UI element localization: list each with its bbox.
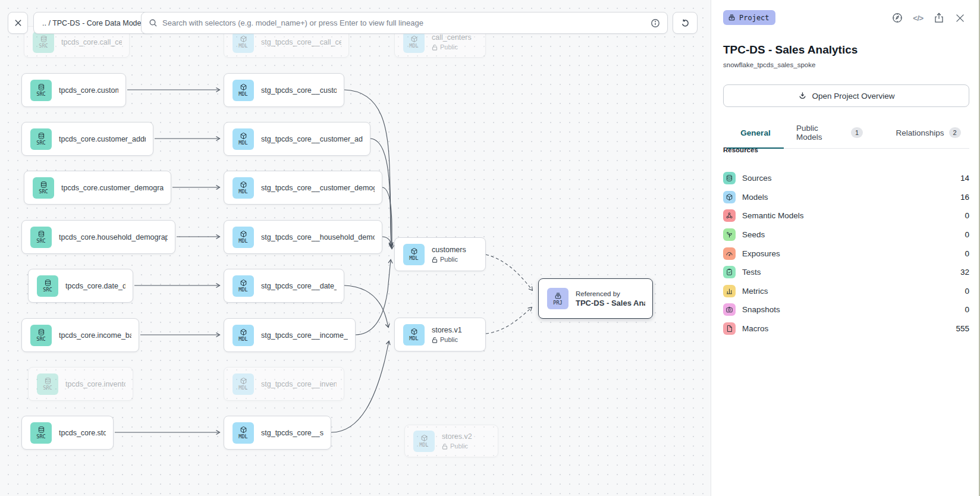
lock-open-icon [432, 44, 438, 51]
src-type-badge: SRC [33, 32, 54, 53]
lineage-node-mdl-customers[interactable]: MDLcustomersPublic [394, 237, 486, 271]
view-code-button[interactable]: </> [912, 11, 925, 24]
lineage-node-stg-income-band[interactable]: MDLstg_tpcds_core__income_band [224, 318, 356, 352]
src-type-badge: SRC [37, 373, 58, 395]
cube-icon [420, 434, 428, 442]
resource-chip [723, 247, 736, 260]
lineage-canvas[interactable]: SRCtpcds_core.call_centerSRCtpcds_core.c… [0, 0, 711, 496]
close-lineage-button[interactable] [8, 12, 28, 34]
info-icon[interactable] [651, 18, 660, 28]
node-type-label: MDL [238, 140, 247, 146]
lock-open-icon [432, 337, 438, 343]
lineage-node-stg-household-demographics[interactable]: MDLstg_tpcds_core__household_demogr… [224, 220, 382, 254]
share-icon [933, 12, 945, 24]
node-type-label: SRC [36, 92, 45, 97]
lineage-node-src-inventory[interactable]: SRCtpcds_core.inventory [28, 367, 133, 401]
src-type-badge: SRC [30, 128, 52, 150]
lineage-node-stg-date-dim[interactable]: MDLstg_tpcds_core__date_dim [224, 269, 344, 303]
refresh-button[interactable] [673, 12, 698, 34]
node-type-label: MDL [238, 92, 247, 97]
mdl-type-badge: MDL [233, 373, 254, 395]
lineage-node-src-income-band[interactable]: SRCtpcds_core.income_band [21, 318, 139, 352]
node-text: stg_tpcds_core__customer_address [261, 135, 363, 143]
lineage-node-stg-customer-demographics[interactable]: MDLstg_tpcds_core__customer_demogra… [224, 171, 382, 205]
node-text: stg_tpcds_core__call_center [261, 38, 341, 46]
resource-row-seeds[interactable]: Seeds0 [723, 225, 969, 244]
tab-label: Relationships [896, 128, 944, 137]
lineage-node-src-customer[interactable]: SRCtpcds_core.customer [21, 73, 126, 107]
lineage-node-prj-sales-analytics[interactable]: PRJReferenced byTPC-DS - Sales Analytics [538, 278, 653, 319]
resource-row-exposures[interactable]: Exposures0 [723, 244, 969, 263]
node-type-label: MDL [238, 385, 247, 391]
node-label: stores.v1 [432, 326, 462, 334]
breadcrumb[interactable]: .. / TPC-DS - Core Data Models [33, 12, 156, 34]
mdl-type-badge: MDL [403, 32, 425, 53]
test-icon [725, 268, 733, 276]
node-label: stg_tpcds_core__household_demogr… [261, 233, 375, 241]
explore-button[interactable] [891, 11, 904, 24]
node-label: stg_tpcds_core__customer_address [261, 135, 363, 143]
exposure-icon [725, 250, 733, 258]
lineage-node-stg-store[interactable]: MDLstg_tpcds_core__store [224, 416, 331, 450]
tab-relationships[interactable]: Relationships2 [894, 120, 962, 148]
lineage-node-src-store[interactable]: SRCtpcds_core.store [21, 416, 114, 450]
lock-open-icon [442, 443, 448, 450]
lineage-node-stg-inventory[interactable]: MDLstg_tpcds_core__inventory [224, 367, 344, 401]
lineage-node-mdl-stores-v1[interactable]: MDLstores.v1Public [394, 318, 486, 351]
resource-count: 0 [965, 305, 969, 314]
lineage-node-src-customer-demographics[interactable]: SRCtpcds_core.customer_demographics [24, 171, 171, 205]
lineage-node-mdl-stores-v2[interactable]: MDLstores.v2Public [404, 425, 498, 457]
close-panel-button[interactable] [953, 11, 966, 24]
cube-icon [240, 328, 247, 336]
project-badge-label: Project [739, 14, 769, 22]
node-text: stores.v2Public [442, 432, 472, 450]
resource-row-macros[interactable]: Macros555 [723, 319, 969, 338]
mdl-type-badge: MDL [403, 324, 425, 346]
resource-row-semantic-models[interactable]: Semantic Models0 [723, 206, 969, 225]
lineage-node-src-household-demographics[interactable]: SRCtpcds_core.household_demographics [21, 220, 175, 254]
node-access: Public [432, 256, 466, 263]
code-icon: </> [913, 14, 923, 23]
lineage-node-src-customer-address[interactable]: SRCtpcds_core.customer_address [21, 122, 153, 156]
resource-count: 16 [960, 193, 969, 202]
lineage-node-src-date-dim[interactable]: SRCtpcds_core.date_dim [28, 269, 133, 303]
node-access: Public [442, 442, 472, 450]
resource-count: 32 [960, 268, 969, 277]
node-access: Public [432, 336, 462, 343]
tab-public-models[interactable]: Public Models1 [796, 120, 863, 148]
cube-icon [240, 279, 247, 287]
tab-label: Public Models [796, 124, 846, 142]
resource-count: 555 [956, 324, 969, 333]
panel-actions: </> [891, 11, 966, 24]
resource-count: 0 [965, 230, 969, 239]
resource-label: Macros [742, 324, 949, 333]
cube-icon [240, 181, 247, 189]
resource-row-models[interactable]: Models16 [723, 188, 969, 207]
resource-row-metrics[interactable]: Metrics0 [723, 282, 969, 301]
cube-icon [240, 426, 247, 434]
lineage-node-stg-customer-address[interactable]: MDLstg_tpcds_core__customer_address [224, 122, 370, 156]
node-text: stg_tpcds_core__income_band [261, 331, 348, 340]
open-project-overview-button[interactable]: Open Project Overview [723, 84, 969, 107]
mdl-type-badge: MDL [233, 80, 254, 101]
resource-chip [723, 303, 736, 316]
node-text: stores.v1Public [432, 326, 462, 343]
node-text: stg_tpcds_core__inventory [261, 380, 337, 388]
lineage-node-stg-customer[interactable]: MDLstg_tpcds_core__customer [224, 73, 344, 107]
node-type-label: SRC [39, 189, 48, 194]
resource-row-snapshots[interactable]: Snapshots0 [723, 300, 969, 319]
resource-row-sources[interactable]: Sources14 [723, 169, 969, 188]
database-icon [40, 35, 48, 43]
resources-list: Sources14Models16Semantic Models0Seeds0E… [723, 169, 969, 338]
database-icon [37, 132, 45, 140]
open-overview-icon [798, 92, 807, 101]
share-button[interactable] [932, 11, 946, 24]
database-icon [37, 328, 45, 336]
lock-open-icon [432, 256, 438, 263]
node-label: tpcds_core.store [59, 429, 106, 437]
resource-row-tests[interactable]: Tests32 [723, 263, 969, 282]
node-type-label: PRJ [553, 300, 562, 306]
search-input[interactable] [162, 18, 646, 27]
tab-general[interactable]: General [727, 120, 784, 149]
node-label: stg_tpcds_core__inventory [261, 380, 337, 388]
